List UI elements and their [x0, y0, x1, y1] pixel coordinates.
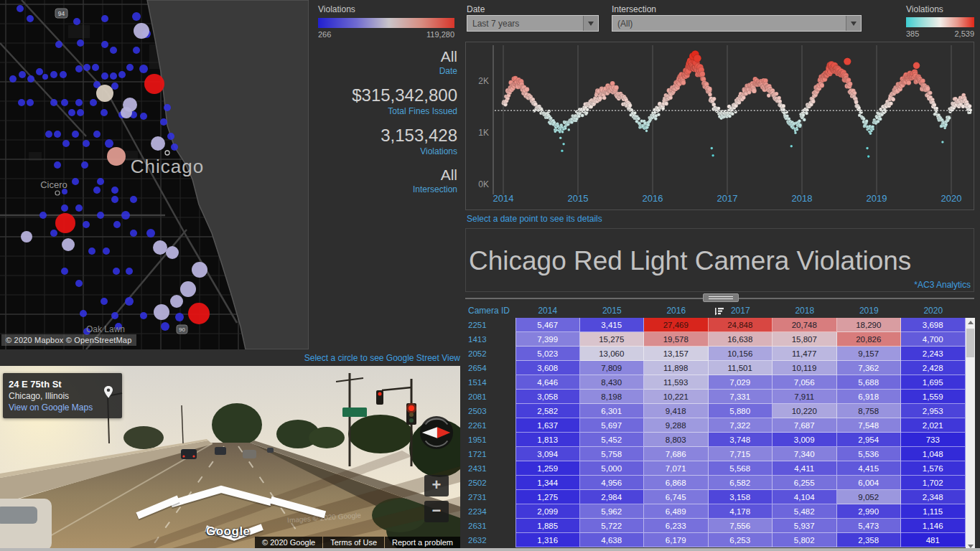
- scatter-point[interactable]: [602, 96, 607, 100]
- table-cell[interactable]: 15,807: [773, 332, 837, 347]
- scatter-point[interactable]: [731, 113, 734, 116]
- map-circle[interactable]: [68, 109, 75, 116]
- table-cell[interactable]: 27,469: [644, 318, 709, 332]
- map-circle[interactable]: [160, 118, 167, 126]
- table-cell[interactable]: 8,430: [580, 375, 645, 390]
- table-cell[interactable]: 2,984: [580, 490, 645, 504]
- map-circle[interactable]: [61, 99, 68, 106]
- camera-id-cell[interactable]: 2632: [465, 533, 515, 547]
- scatter-point[interactable]: [657, 113, 661, 117]
- map-circle[interactable]: [45, 131, 52, 138]
- map-color-legend[interactable]: [318, 18, 454, 28]
- table-cell[interactable]: 6,918: [837, 390, 902, 404]
- map-circle[interactable]: [134, 23, 149, 39]
- table-cell[interactable]: 6,253: [709, 533, 773, 547]
- scatter-point[interactable]: [775, 92, 779, 96]
- table-scrollbar[interactable]: [966, 318, 975, 551]
- map-circle[interactable]: [42, 74, 48, 80]
- map-circle[interactable]: [9, 75, 17, 83]
- map-circle[interactable]: [161, 322, 169, 331]
- map-circle[interactable]: [164, 104, 171, 111]
- scatter-point[interactable]: [848, 82, 853, 87]
- table-cell[interactable]: 1,885: [515, 519, 580, 533]
- scatter-point[interactable]: [781, 104, 785, 108]
- map-circle[interactable]: [153, 240, 167, 255]
- scatter-point[interactable]: [935, 107, 939, 110]
- table-cell[interactable]: 6,489: [644, 504, 709, 519]
- table-cell[interactable]: 4,178: [709, 504, 773, 519]
- map-circle[interactable]: [61, 268, 68, 275]
- table-cell[interactable]: 2,021: [901, 418, 966, 433]
- table-cell[interactable]: 4,411: [773, 461, 837, 476]
- scatter-point[interactable]: [811, 100, 816, 104]
- intersection-filter-dropdown[interactable]: (All): [612, 15, 862, 32]
- map-circle[interactable]: [83, 64, 90, 71]
- table-cell[interactable]: 4,700: [901, 332, 966, 347]
- table-cell[interactable]: 7,556: [709, 519, 773, 533]
- table-cell[interactable]: 7,340: [773, 447, 837, 461]
- map-circle[interactable]: [39, 212, 47, 219]
- dropdown-arrow-icon[interactable]: [846, 16, 861, 31]
- map-circle[interactable]: [101, 72, 108, 80]
- table-cell[interactable]: 16,638: [709, 332, 773, 347]
- table-cell[interactable]: 9,157: [837, 347, 902, 361]
- map-circle[interactable]: [36, 68, 43, 75]
- table-cell[interactable]: 18,290: [837, 318, 902, 332]
- map-circle[interactable]: [175, 313, 184, 321]
- scatter-point[interactable]: [561, 131, 564, 133]
- table-cell[interactable]: 10,221: [644, 390, 709, 404]
- map-circle[interactable]: [55, 41, 62, 48]
- map-circle[interactable]: [97, 212, 104, 219]
- report-problem-link[interactable]: Report a problem: [385, 537, 460, 548]
- chart-color-legend[interactable]: [906, 17, 974, 27]
- map-circle[interactable]: [54, 131, 61, 138]
- scatter-point[interactable]: [707, 87, 712, 92]
- date-filter-dropdown[interactable]: Last 7 years: [467, 15, 599, 32]
- map-circle[interactable]: [170, 295, 183, 308]
- scatter-point[interactable]: [805, 112, 808, 116]
- camera-id-cell[interactable]: 2261: [465, 418, 515, 433]
- scatter-point[interactable]: [913, 62, 920, 70]
- camera-id-cell[interactable]: 2081: [465, 390, 515, 404]
- table-cell[interactable]: 2,582: [515, 404, 580, 418]
- map-circle[interactable]: [118, 71, 126, 78]
- scatter-point[interactable]: [941, 141, 944, 143]
- table-cell[interactable]: 20,748: [773, 318, 837, 332]
- scatter-point[interactable]: [654, 117, 658, 121]
- column-header-year[interactable]: 2014: [515, 304, 580, 318]
- scatter-point[interactable]: [525, 87, 530, 92]
- street-view-hint-link[interactable]: Select a circle to see Google Street Vie…: [0, 353, 460, 363]
- table-cell[interactable]: 1,146: [901, 519, 966, 533]
- table-cell[interactable]: 1,559: [901, 390, 966, 404]
- table-cell[interactable]: 4,104: [773, 490, 837, 504]
- map-circle[interactable]: [140, 312, 147, 319]
- camera-id-cell[interactable]: 1951: [465, 433, 515, 447]
- table-cell[interactable]: 6,301: [580, 404, 645, 418]
- table-cell[interactable]: 9,052: [837, 490, 902, 504]
- map-circle[interactable]: [19, 71, 26, 78]
- map-circle[interactable]: [121, 107, 132, 118]
- scatter-point[interactable]: [803, 118, 806, 122]
- table-cell[interactable]: 2,954: [837, 433, 902, 447]
- scatter-point[interactable]: [562, 143, 565, 146]
- map-circle[interactable]: [111, 312, 118, 319]
- map-circle[interactable]: [96, 85, 113, 102]
- scatter-point[interactable]: [862, 117, 866, 121]
- table-cell[interactable]: 7,911: [773, 390, 837, 404]
- column-header-year[interactable]: 2018: [773, 304, 837, 318]
- scatter-point[interactable]: [742, 95, 746, 100]
- table-cell[interactable]: 15,275: [580, 332, 645, 347]
- table-cell[interactable]: 6,868: [644, 476, 709, 490]
- scatter-point[interactable]: [645, 130, 648, 133]
- scatter-point[interactable]: [796, 128, 799, 131]
- map-circle[interactable]: [121, 211, 130, 220]
- scatter-point[interactable]: [889, 101, 893, 105]
- map-circle[interactable]: [62, 140, 70, 147]
- column-header-year[interactable]: 2020: [901, 304, 966, 318]
- table-cell[interactable]: 5,452: [580, 433, 645, 447]
- map-circle[interactable]: [132, 12, 141, 21]
- scatter-point[interactable]: [865, 120, 869, 123]
- camera-id-cell[interactable]: 2731: [465, 490, 515, 504]
- map-circle[interactable]: [133, 47, 140, 54]
- scatter-point[interactable]: [928, 91, 933, 95]
